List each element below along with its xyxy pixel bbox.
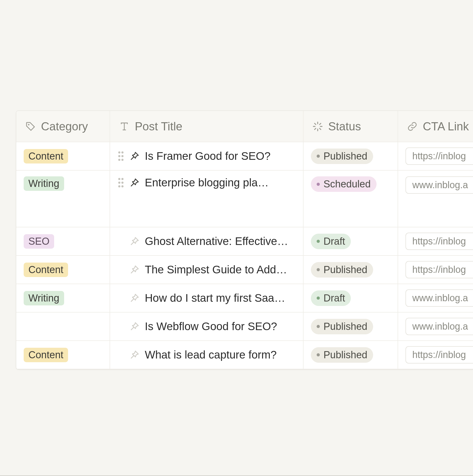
column-header-cta-link[interactable]: CTA Link xyxy=(398,111,473,142)
table-row[interactable]: ContentWhat is lead capture form?Publish… xyxy=(16,341,473,369)
status-label: Scheduled xyxy=(323,178,371,190)
status-dot-icon xyxy=(317,325,320,328)
table-row[interactable]: ContentThe Simplest Guide to Add…Publish… xyxy=(16,255,473,284)
status-badge[interactable]: Draft xyxy=(311,234,351,249)
post-title[interactable]: Ghost Alternative: Effective… xyxy=(145,235,296,248)
post-title[interactable]: The Simplest Guide to Add… xyxy=(145,263,296,276)
cta-link-input[interactable]: https://inblog xyxy=(405,147,473,165)
title-cell[interactable]: Enterprise blogging pla… xyxy=(110,170,303,227)
category-tag[interactable]: Writing xyxy=(24,291,64,305)
status-label: Published xyxy=(323,264,367,275)
status-dot-icon xyxy=(317,155,320,158)
post-title[interactable]: Is Webflow Good for SEO? xyxy=(145,320,296,333)
category-cell[interactable]: Content xyxy=(16,255,110,284)
status-badge[interactable]: Published xyxy=(311,319,373,334)
status-cell[interactable]: Draft xyxy=(303,227,398,255)
status-badge[interactable]: Published xyxy=(311,149,373,164)
posts-table-container: Category Post Title Status xyxy=(16,110,473,370)
category-cell[interactable]: SEO xyxy=(16,227,110,255)
status-badge[interactable]: Scheduled xyxy=(311,176,377,192)
column-header-label: Status xyxy=(328,120,361,133)
status-label: Published xyxy=(323,151,367,162)
cta-link-cell[interactable]: www.inblog.a xyxy=(398,284,473,312)
status-label: Draft xyxy=(323,293,345,304)
column-header-label: CTA Link xyxy=(423,120,469,133)
cta-link-cell[interactable]: https://inblog xyxy=(398,255,473,284)
status-badge[interactable]: Draft xyxy=(311,290,351,306)
category-tag[interactable]: SEO xyxy=(24,234,54,249)
pin-icon[interactable] xyxy=(130,151,140,161)
title-cell[interactable]: What is lead capture form? xyxy=(110,341,303,369)
cta-link-input[interactable]: https://inblog xyxy=(405,346,473,364)
category-cell[interactable] xyxy=(16,312,110,341)
post-title[interactable]: Enterprise blogging pla… xyxy=(145,176,296,189)
column-header-label: Post Title xyxy=(135,120,182,133)
post-title[interactable]: How do I start my first Saa… xyxy=(145,292,296,304)
cta-link-input[interactable]: https://inblog xyxy=(405,261,473,278)
status-badge[interactable]: Published xyxy=(311,262,373,278)
status-label: Published xyxy=(323,321,367,332)
category-tag[interactable]: Content xyxy=(24,149,68,163)
status-label: Draft xyxy=(323,236,345,247)
tag-icon xyxy=(25,121,36,132)
title-cell[interactable]: Is Webflow Good for SEO? xyxy=(110,312,303,341)
pin-icon[interactable] xyxy=(130,350,140,360)
category-cell[interactable]: Writing xyxy=(16,170,110,227)
category-tag[interactable]: Content xyxy=(24,263,68,277)
column-header-label: Category xyxy=(41,120,88,133)
cta-link-cell[interactable]: https://inblog xyxy=(398,142,473,170)
status-cell[interactable]: Published xyxy=(303,142,398,170)
title-cell[interactable]: How do I start my first Saa… xyxy=(110,284,303,312)
status-dot-icon xyxy=(317,240,320,243)
title-cell[interactable]: Ghost Alternative: Effective… xyxy=(110,227,303,255)
category-cell[interactable]: Content xyxy=(16,341,110,369)
drag-handle-icon[interactable] xyxy=(117,177,124,188)
cta-link-input[interactable]: https://inblog xyxy=(405,233,473,250)
status-cell[interactable]: Published xyxy=(303,341,398,369)
pin-icon[interactable] xyxy=(130,321,140,331)
status-dot-icon xyxy=(317,183,320,186)
status-dot-icon xyxy=(317,296,320,300)
pin-icon[interactable] xyxy=(130,265,140,275)
table-row[interactable]: Is Webflow Good for SEO?Publishedwww.inb… xyxy=(16,312,473,341)
column-header-category[interactable]: Category xyxy=(16,111,110,142)
pin-icon[interactable] xyxy=(130,178,140,188)
status-cell[interactable]: Draft xyxy=(303,284,398,312)
status-cell[interactable]: Published xyxy=(303,255,398,284)
posts-table: Category Post Title Status xyxy=(16,111,473,369)
cta-link-cell[interactable]: https://inblog xyxy=(398,341,473,369)
cta-link-input[interactable]: www.inblog.a xyxy=(405,318,473,335)
post-title[interactable]: What is lead capture form? xyxy=(145,349,296,361)
cta-link-input[interactable]: www.inblog.a xyxy=(405,176,473,194)
category-cell[interactable]: Content xyxy=(16,142,110,170)
cta-link-cell[interactable]: www.inblog.a xyxy=(398,170,473,227)
column-header-title[interactable]: Post Title xyxy=(110,111,303,142)
status-dot-icon xyxy=(317,353,320,356)
status-cell[interactable]: Published xyxy=(303,312,398,341)
text-icon xyxy=(119,121,130,132)
table-row[interactable]: WritingEnterprise blogging pla…Scheduled… xyxy=(16,170,473,227)
cta-link-input[interactable]: www.inblog.a xyxy=(405,289,473,307)
link-icon xyxy=(407,121,418,132)
status-cell[interactable]: Scheduled xyxy=(303,170,398,227)
post-title[interactable]: Is Framer Good for SEO? xyxy=(145,150,296,162)
category-cell[interactable]: Writing xyxy=(16,284,110,312)
category-tag[interactable]: Writing xyxy=(24,176,64,191)
cta-link-cell[interactable]: www.inblog.a xyxy=(398,312,473,341)
cta-link-cell[interactable]: https://inblog xyxy=(398,227,473,255)
loader-icon xyxy=(312,121,323,132)
table-row[interactable]: SEOGhost Alternative: Effective…Drafthtt… xyxy=(16,227,473,255)
title-cell[interactable]: The Simplest Guide to Add… xyxy=(110,255,303,284)
column-header-status[interactable]: Status xyxy=(303,111,398,142)
title-cell[interactable]: Is Framer Good for SEO? xyxy=(110,142,303,170)
table-row[interactable]: ContentIs Framer Good for SEO?Publishedh… xyxy=(16,142,473,170)
pin-icon[interactable] xyxy=(130,293,140,303)
table-row[interactable]: WritingHow do I start my first Saa…Draft… xyxy=(16,284,473,312)
pin-icon[interactable] xyxy=(130,236,140,246)
status-dot-icon xyxy=(317,268,320,271)
status-label: Published xyxy=(323,349,367,361)
drag-handle-icon[interactable] xyxy=(117,151,124,161)
category-tag[interactable]: Content xyxy=(24,348,68,362)
status-badge[interactable]: Published xyxy=(311,347,373,363)
